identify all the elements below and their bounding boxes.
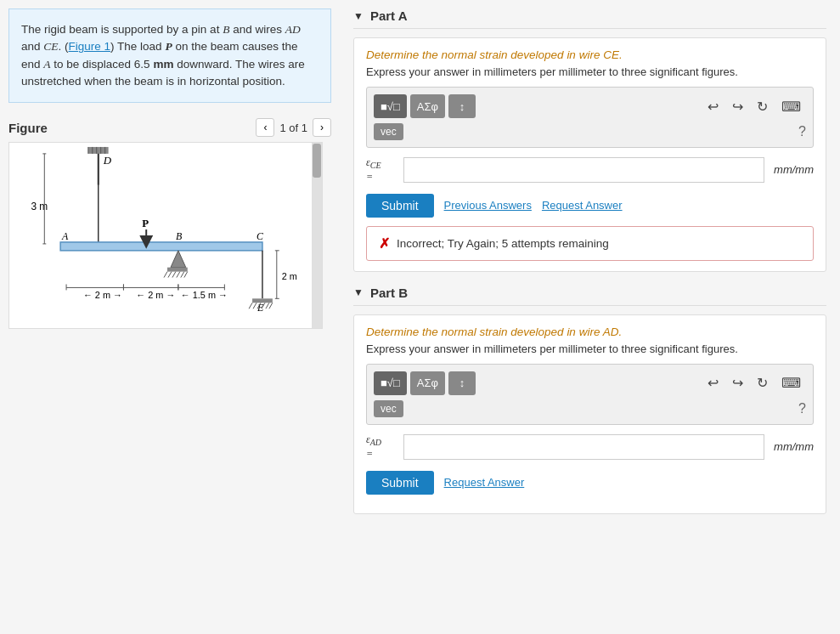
part-a-keyboard-btn[interactable]: ⌨: [776, 97, 806, 116]
svg-rect-16: [167, 268, 188, 272]
svg-text:2 m: 2 m: [282, 271, 297, 281]
svg-text:C: C: [257, 230, 264, 242]
part-b-section: ▼ Part B Determine the normal strain dev…: [353, 286, 826, 514]
figure-section: Figure ‹ 1 of 1 ›: [8, 118, 331, 329]
right-panel: ▼ Part A Determine the normal strain dev…: [340, 0, 840, 634]
part-a-help-icon[interactable]: ?: [798, 124, 806, 139]
part-a-redo-btn[interactable]: ↪: [727, 97, 748, 116]
part-a-error-box: ✗ Incorrect; Try Again; 5 attempts remai…: [366, 226, 814, 261]
part-b-help-icon[interactable]: ?: [798, 401, 806, 416]
part-b-toolbar-box: ■√□ ΑΣφ ↕ ↩ ↪ ↻ ⌨ vec ?: [366, 364, 814, 425]
part-b-arrow-btn[interactable]: ↕: [448, 371, 476, 395]
part-b-header: ▼ Part B: [353, 286, 826, 306]
part-b-action-row: Submit Request Answer: [366, 471, 814, 495]
part-b-title: Part B: [370, 286, 408, 300]
figure-title: Figure: [8, 121, 48, 135]
part-a-content: Determine the normal strain developed in…: [353, 37, 826, 272]
svg-rect-14: [60, 242, 262, 251]
part-a-answer-label: εCE =: [366, 156, 397, 184]
part-a-label-eq: =: [366, 171, 397, 183]
svg-text:A: A: [61, 230, 69, 242]
part-a-answer-row: εCE = mm/mm: [366, 156, 814, 184]
part-b-question: Determine the normal strain developed in…: [366, 325, 814, 338]
part-a-toolbar-row1: ■√□ ΑΣφ ↕ ↩ ↪ ↻ ⌨: [374, 94, 806, 118]
svg-text:← 1.5 m →: ← 1.5 m →: [181, 290, 228, 300]
figure-scrollbar[interactable]: [312, 143, 322, 328]
figure-next-btn[interactable]: ›: [313, 118, 331, 137]
part-b-answer-label: εAD =: [366, 433, 397, 461]
figure-svg: D 3 m: [9, 143, 322, 328]
svg-text:D: D: [103, 155, 112, 167]
part-a-error-text: Incorrect; Try Again; 5 attempts remaini…: [397, 237, 609, 250]
part-a-arrow-btn[interactable]: ↕: [448, 94, 476, 118]
svg-rect-30: [252, 298, 273, 303]
part-b-toolbar-row2: vec ?: [374, 400, 806, 417]
part-b-keyboard-btn[interactable]: ⌨: [776, 373, 806, 393]
part-b-content: Determine the normal strain developed in…: [353, 314, 826, 514]
part-a-answer-unit: mm/mm: [771, 163, 814, 176]
part-b-label-eq: =: [366, 448, 397, 460]
part-a-instruction: Express your answer in millimeters per m…: [366, 65, 814, 78]
part-b-redo-btn[interactable]: ↪: [727, 373, 748, 393]
part-a-vec-btn[interactable]: vec: [374, 123, 403, 140]
part-a-header: ▼ Part A: [353, 8, 826, 29]
part-b-answer-unit: mm/mm: [771, 440, 814, 453]
part-a-undo-btn[interactable]: ↩: [702, 97, 724, 116]
figure-link[interactable]: Figure 1: [69, 40, 111, 53]
figure-prev-btn[interactable]: ‹: [256, 118, 274, 137]
part-b-sigma-btn[interactable]: ΑΣφ: [410, 371, 445, 395]
problem-text: The rigid beam is supported by a pin at …: [21, 23, 305, 88]
part-a-title: Part A: [370, 8, 408, 23]
part-b-label-epsilon: εAD: [366, 433, 397, 448]
part-a-action-row: Submit Previous Answers Request Answer: [366, 194, 814, 218]
part-a-sigma-btn[interactable]: ΑΣφ: [410, 94, 445, 118]
part-b-request-answer-btn[interactable]: Request Answer: [444, 476, 525, 489]
svg-text:← 2 m →: ← 2 m →: [136, 290, 175, 300]
part-a-sqrt-btn[interactable]: ■√□: [374, 94, 407, 118]
part-a-answer-input[interactable]: [403, 157, 764, 183]
part-b-undo-btn[interactable]: ↩: [702, 373, 724, 393]
svg-text:P: P: [142, 218, 149, 229]
part-a-question: Determine the normal strain developed in…: [366, 48, 814, 61]
part-a-section: ▼ Part A Determine the normal strain dev…: [353, 8, 826, 272]
part-b-answer-row: εAD = mm/mm: [366, 433, 814, 461]
svg-text:3 m: 3 m: [31, 201, 48, 212]
figure-header: Figure ‹ 1 of 1 ›: [8, 118, 331, 137]
part-b-answer-input[interactable]: [403, 434, 764, 460]
part-b-sqrt-btn[interactable]: ■√□: [374, 371, 407, 395]
part-a-prev-answers-btn[interactable]: Previous Answers: [444, 199, 532, 212]
left-panel: The rigid beam is supported by a pin at …: [0, 0, 340, 634]
page-container: The rigid beam is supported by a pin at …: [0, 0, 840, 634]
figure-nav-count: 1 of 1: [279, 122, 307, 134]
part-a-refresh-btn[interactable]: ↻: [752, 97, 773, 116]
svg-text:← 2 m →: ← 2 m →: [83, 290, 122, 300]
scroll-thumb: [313, 144, 321, 178]
part-b-vec-btn[interactable]: vec: [374, 400, 403, 417]
part-b-submit-btn[interactable]: Submit: [366, 471, 434, 495]
part-a-submit-btn[interactable]: Submit: [366, 194, 434, 218]
svg-text:B: B: [176, 230, 182, 242]
problem-box: The rigid beam is supported by a pin at …: [8, 8, 331, 103]
part-b-refresh-btn[interactable]: ↻: [752, 373, 773, 393]
part-b-instruction: Express your answer in millimeters per m…: [366, 342, 814, 355]
part-a-request-answer-btn[interactable]: Request Answer: [542, 199, 623, 212]
part-a-toolbar-box: ■√□ ΑΣφ ↕ ↩ ↪ ↻ ⌨ vec ?: [366, 87, 814, 148]
figure-nav: ‹ 1 of 1 ›: [256, 118, 331, 137]
part-b-toolbar-row1: ■√□ ΑΣφ ↕ ↩ ↪ ↻ ⌨: [374, 371, 806, 395]
part-a-error-icon: ✗: [379, 235, 390, 252]
part-b-collapse-arrow[interactable]: ▼: [353, 286, 364, 298]
part-a-collapse-arrow[interactable]: ▼: [353, 10, 364, 22]
part-a-label-epsilon: εCE: [366, 156, 397, 171]
part-a-toolbar-row2: vec ?: [374, 123, 806, 140]
figure-canvas: D 3 m: [8, 142, 323, 329]
